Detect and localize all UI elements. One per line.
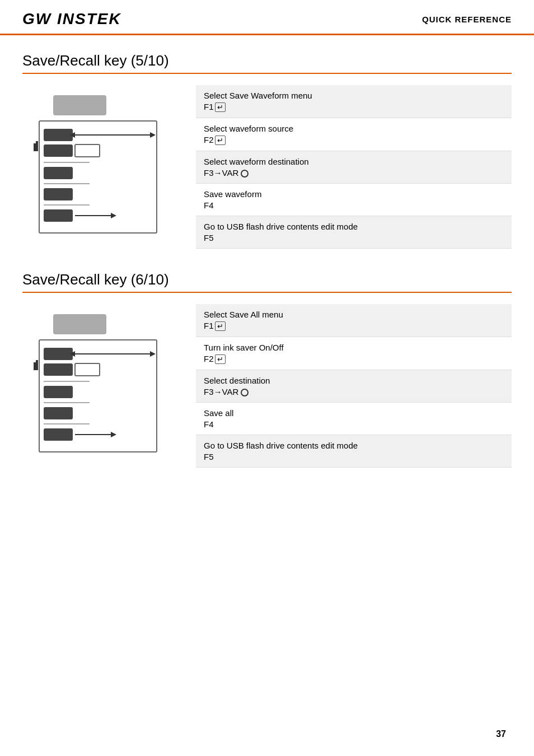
info-key-6-2: F2↵ [204,354,504,364]
svg-rect-29 [75,363,100,376]
svg-rect-19 [53,314,106,334]
fn-label-5-1: F1 [204,102,214,111]
info-key-6-4: F4 [204,419,504,429]
info-label-6-3: Select destination [204,376,504,385]
info-row-5-1: Select Save Waveform menu F1↵ [196,85,512,118]
info-key-5-2: F2↵ [204,135,504,145]
svg-rect-14 [44,188,73,200]
info-key-6-5: F5 [204,452,504,461]
page-header: GW INSTEK QUICK REFERENCE [0,0,534,35]
fn-label-6-2: F2 [204,354,214,363]
svg-rect-9 [44,144,73,157]
fn-label-5-3: F3→VAR [204,168,241,178]
key-sym-5-2: ↵ [215,136,226,145]
svg-rect-35 [44,428,73,441]
info-row-6-3: Select destination F3→VAR [196,370,512,403]
svg-rect-33 [44,407,73,419]
info-row-5-2: Select waveform source F2↵ [196,118,512,151]
info-label-6-4: Save all [204,408,504,418]
company-logo: GW INSTEK [22,10,121,28]
section-label: QUICK REFERENCE [422,15,512,24]
section-5-body: Select Save Waveform menu F1↵ Select wav… [22,85,512,249]
section-5-diagram [22,85,179,249]
info-row-5-5: Go to USB flash drive contents edit mode… [196,216,512,249]
info-label-5-3: Select waveform destination [204,157,504,166]
section-5-block: Save/Recall key (5/10) [22,52,512,249]
svg-marker-6 [150,132,156,138]
diagram-5-svg [22,91,168,242]
info-row-6-4: Save all F4 [196,403,512,435]
section-6-divider [22,292,512,293]
info-label-5-1: Select Save Waveform menu [204,91,504,100]
info-row-5-3: Select waveform destination F3→VAR [196,151,512,184]
fn-label-5-5: F5 [204,233,214,242]
key-sym-6-2: ↵ [215,354,226,364]
fn-label-6-3: F3→VAR [204,387,241,396]
svg-rect-10 [75,144,100,157]
svg-rect-21 [44,348,73,360]
info-row-6-1: Select Save All menu F1↵ [196,304,512,337]
diagram-6-svg [22,310,168,461]
info-label-6-5: Go to USB flash drive contents edit mode [204,441,504,450]
svg-rect-12 [44,167,73,179]
section-6-block: Save/Recall key (6/10) [22,271,512,468]
svg-marker-25 [150,351,156,357]
svg-rect-28 [44,363,73,376]
section-5-info-table: Select Save Waveform menu F1↵ Select wav… [196,85,512,249]
fn-label-5-4: F4 [204,200,214,210]
info-label-5-4: Save waveform [204,189,504,199]
section-6-diagram [22,304,179,468]
info-key-5-1: F1↵ [204,102,504,112]
svg-rect-31 [44,386,73,398]
info-label-5-5: Go to USB flash drive contents edit mode [204,222,504,231]
page-number: 37 [496,729,506,739]
info-key-6-1: F1↵ [204,321,504,331]
info-row-6-2: Turn ink saver On/Off F2↵ [196,337,512,370]
info-label-5-2: Select waveform source [204,124,504,133]
svg-rect-7 [34,143,38,151]
svg-rect-16 [44,209,73,222]
svg-rect-8 [36,141,38,143]
fn-label-6-1: F1 [204,321,214,330]
info-row-6-5: Go to USB flash drive contents edit mode… [196,435,512,468]
info-key-6-3: F3→VAR [204,387,504,396]
info-key-5-5: F5 [204,233,504,242]
section-6-title: Save/Recall key (6/10) [22,271,512,288]
svg-rect-2 [44,129,73,141]
svg-marker-37 [111,432,116,437]
key-sym-6-1: ↵ [215,321,226,331]
section-5-divider [22,73,512,74]
info-key-5-4: F4 [204,200,504,210]
fn-label-5-2: F2 [204,135,214,144]
logo-text: GW INSTEK [22,10,121,27]
info-key-5-3: F3→VAR [204,168,504,178]
key-sym-5-1: ↵ [215,102,226,112]
section-6-info-table: Select Save All menu F1↵ Turn ink saver … [196,304,512,468]
section-5-title: Save/Recall key (5/10) [22,52,512,69]
info-row-5-4: Save waveform F4 [196,184,512,216]
main-content: Save/Recall key (5/10) [0,35,534,512]
info-label-6-1: Select Save All menu [204,310,504,319]
fn-label-6-4: F4 [204,419,214,429]
fn-label-6-5: F5 [204,452,214,461]
svg-marker-18 [111,213,116,218]
svg-rect-0 [53,95,106,115]
var-circle-5-3 [241,170,249,178]
var-circle-6-3 [241,389,249,396]
info-label-6-2: Turn ink saver On/Off [204,343,504,352]
svg-rect-27 [36,360,38,362]
section-6-body: Select Save All menu F1↵ Turn ink saver … [22,304,512,468]
svg-rect-26 [34,362,38,370]
